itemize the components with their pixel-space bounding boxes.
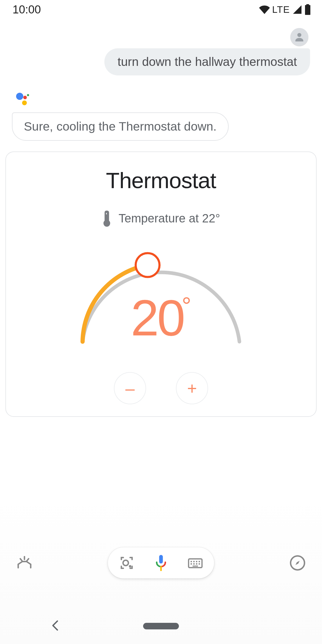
lens-button[interactable] <box>119 555 135 571</box>
svg-point-1 <box>16 93 23 100</box>
updates-button[interactable] <box>16 555 33 571</box>
thermostat-card: Thermostat Temperature at 22° 20° – + <box>5 151 317 417</box>
svg-point-9 <box>129 565 131 567</box>
user-message-text: turn down the hallway thermostat <box>104 48 310 75</box>
svg-point-2 <box>23 96 27 99</box>
current-temperature-row: Temperature at 22° <box>16 210 306 227</box>
svg-line-7 <box>27 559 29 561</box>
svg-rect-17 <box>191 563 192 565</box>
thermometer-icon <box>102 210 111 227</box>
keyboard-button[interactable] <box>187 555 203 571</box>
explore-button[interactable] <box>289 555 306 571</box>
status-time: 10:00 <box>13 3 41 16</box>
person-icon <box>293 31 305 43</box>
mic-button[interactable] <box>154 554 168 572</box>
setpoint-unit: ° <box>182 292 190 319</box>
dial-handle[interactable] <box>136 253 160 277</box>
assistant-message-text: Sure, cooling the Thermostat down. <box>24 120 217 133</box>
svg-rect-16 <box>199 561 200 562</box>
temperature-dial[interactable]: 20° <box>72 237 250 351</box>
network-label: LTE <box>272 4 290 15</box>
nav-home-pill[interactable] <box>143 623 179 629</box>
status-right: LTE <box>259 4 311 15</box>
svg-rect-15 <box>196 561 197 562</box>
assistant-message-bubble: Sure, cooling the Thermostat down. <box>12 112 229 141</box>
assistant-dots-icon <box>16 92 30 107</box>
user-avatar[interactable] <box>290 28 308 46</box>
signal-icon <box>292 4 302 15</box>
wifi-icon <box>259 4 270 15</box>
status-bar: 10:00 LTE <box>0 0 322 19</box>
plus-label: + <box>187 379 197 398</box>
svg-rect-10 <box>159 555 163 564</box>
svg-point-3 <box>22 100 27 105</box>
setpoint-display: 20° <box>72 289 250 347</box>
svg-point-4 <box>27 94 29 96</box>
svg-point-8 <box>123 560 129 566</box>
minus-label: – <box>125 379 134 398</box>
svg-rect-13 <box>191 561 192 562</box>
conversation: turn down the hallway thermostat Sure, c… <box>0 19 322 141</box>
nav-back-button[interactable] <box>51 620 60 633</box>
increase-temperature-button[interactable]: + <box>176 372 208 404</box>
battery-icon <box>305 4 311 15</box>
current-temperature-text: Temperature at 22° <box>119 212 220 225</box>
svg-rect-14 <box>193 561 195 562</box>
svg-point-0 <box>297 33 301 37</box>
svg-rect-19 <box>196 563 197 565</box>
svg-rect-20 <box>199 563 200 565</box>
assistant-bottom-shelf <box>0 498 322 644</box>
decrease-temperature-button[interactable]: – <box>114 372 146 404</box>
svg-line-5 <box>20 559 22 561</box>
user-message-bubble: turn down the hallway thermostat <box>12 48 310 75</box>
input-pill <box>108 547 214 578</box>
card-title: Thermostat <box>16 168 306 193</box>
svg-rect-18 <box>193 563 195 565</box>
svg-rect-21 <box>193 566 198 566</box>
setpoint-value: 20 <box>131 290 183 346</box>
android-nav-bar <box>0 608 322 644</box>
